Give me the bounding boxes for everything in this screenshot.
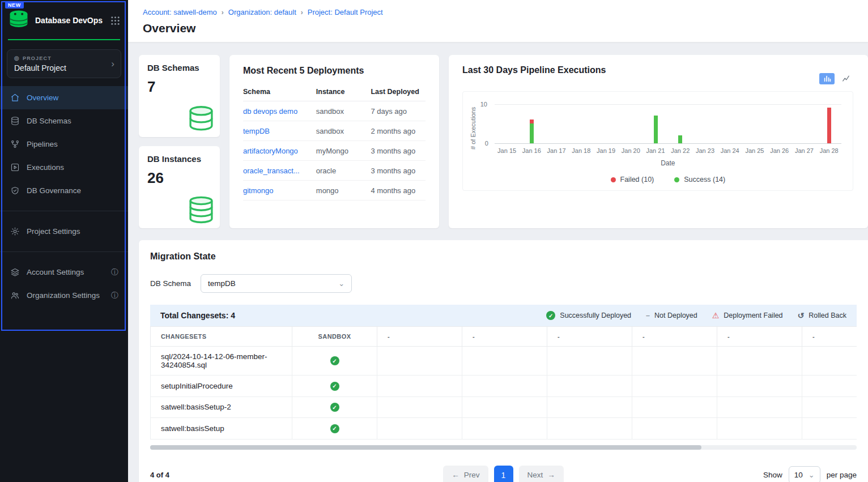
changeset-status-icon: ✓ (330, 424, 339, 433)
deployments-table: Schema Instance Last Deployed db devops … (243, 83, 426, 201)
chart-plot: 10 0 (495, 104, 841, 144)
page-number-button[interactable]: 1 (494, 466, 513, 482)
chart-bar-group (519, 104, 544, 143)
changeset-row: setupInitialProcedure ✓ (151, 376, 857, 397)
chart-bar-group (742, 104, 767, 143)
changeset-name: setupInitialProcedure (151, 376, 292, 397)
changeset-row: satwell:basisSetup ✓ (151, 418, 857, 440)
sidebar-item-account-settings[interactable]: Account Settings ⓘ (0, 261, 128, 284)
sidebar-item-project-settings[interactable]: Project Settings (0, 220, 128, 243)
sidebar-nav: Overview DB Schemas Pipelines Executions… (0, 86, 128, 307)
schema-link[interactable]: oracle_transact... (243, 167, 300, 175)
chart-bar-group (618, 104, 643, 143)
instance-cell: myMongo (316, 141, 371, 161)
db-schemas-card: DB Schemas 7 (139, 55, 220, 137)
chart-bar-group (495, 104, 520, 143)
sidebar-item-db-governance[interactable]: DB Governance (0, 179, 128, 202)
info-icon[interactable]: ⓘ (111, 267, 118, 278)
db-schema-select[interactable]: tempDB ⌄ (201, 274, 352, 293)
legend-not-deployed: – Not Deployed (646, 312, 697, 319)
chevron-right-icon: › (111, 58, 114, 70)
legend-successfully-deployed: ✓ Successfully Deployed (546, 311, 631, 320)
chart-columns (495, 104, 841, 143)
last-deployed-cell: 3 months ago (371, 141, 426, 161)
x-tick-label: Jan 28 (816, 147, 841, 154)
last-deployed-cell: 3 months ago (371, 161, 426, 181)
sidebar-item-db-schemas[interactable]: DB Schemas (0, 109, 128, 133)
x-tick-label: Jan 25 (742, 147, 767, 154)
x-tick-label: Jan 22 (668, 147, 693, 154)
table-row: tempDB sandbox 2 months ago (243, 121, 426, 141)
db-schema-selected-value: tempDB (208, 279, 236, 288)
db-instances-card: DB Instances 26 (139, 146, 220, 228)
instance-cell: oracle (316, 161, 371, 181)
breadcrumb-project[interactable]: Project: Default Project (308, 8, 383, 16)
prev-page-button[interactable]: ← Prev (443, 466, 488, 482)
total-changesets: Total Changesets: 4 (160, 311, 235, 320)
row-count: 4 of 4 (150, 471, 443, 479)
bar-chart-toggle[interactable] (819, 73, 835, 84)
project-selector[interactable]: ◎ PROJECT Default Project › (7, 49, 121, 78)
column-header: - (462, 327, 547, 347)
db-schema-label: DB Schema (150, 279, 191, 288)
info-icon[interactable]: ⓘ (111, 291, 118, 301)
table-row: oracle_transact... oracle 3 months ago (243, 161, 426, 181)
schema-link[interactable]: gitmongo (243, 186, 273, 195)
column-header: Instance (316, 83, 371, 101)
column-header: - (377, 327, 462, 347)
home-icon (10, 93, 20, 103)
apps-grid-icon[interactable] (110, 16, 120, 25)
sidebar-item-overview[interactable]: Overview (0, 86, 128, 109)
migration-title: Migration State (150, 251, 857, 262)
line-chart-toggle[interactable] (838, 73, 853, 84)
y-tick-label: 10 (480, 101, 487, 108)
last-deployed-cell: 4 months ago (371, 181, 426, 201)
chart-bar-group (767, 104, 792, 143)
chart-bar-group (594, 104, 619, 143)
legend-success: Success (14) (674, 176, 725, 184)
main-area: Account: satwell-demo › Organization: de… (128, 0, 868, 482)
legend-failed: Failed (10) (611, 176, 654, 184)
legend-deployment-failed: ⚠ Deployment Failed (712, 311, 783, 320)
changeset-row: satwell:basisSetup-2 ✓ (151, 396, 857, 418)
instance-cell: mongo (316, 181, 371, 201)
next-page-button[interactable]: Next → (519, 466, 564, 482)
table-row: db devops demo sandbox 7 days ago (243, 101, 426, 121)
sidebar-item-pipelines[interactable]: Pipelines (0, 133, 128, 156)
breadcrumb-account[interactable]: Account: satwell-demo (143, 8, 217, 16)
sidebar-item-executions[interactable]: Executions (0, 156, 128, 179)
executions-chart: # of Executions 10 0 Jan 15Jan 16Jan 17J… (462, 91, 853, 191)
column-header: - (547, 327, 632, 347)
schema-link[interactable]: db devops demo (243, 107, 297, 116)
bar-success (654, 116, 658, 143)
schema-link[interactable]: tempDB (243, 127, 270, 135)
arrow-right-icon: → (547, 471, 555, 479)
app-title: Database DevOps (35, 16, 105, 25)
database-icon (185, 104, 218, 136)
x-tick-label: Jan 17 (544, 147, 569, 154)
x-axis-title: Date (495, 159, 841, 167)
changeset-row: sql/2024-10-14-12-06-member-34240854.sql… (151, 347, 857, 376)
dash-icon: – (646, 312, 650, 319)
x-tick-label: Jan 26 (767, 147, 792, 154)
bar-failed (827, 108, 831, 143)
horizontal-scrollbar[interactable] (150, 445, 857, 450)
scrollbar-thumb[interactable] (150, 445, 701, 450)
column-header: - (632, 327, 717, 347)
schema-link[interactable]: artifactoryMongo (243, 147, 298, 155)
page-size-select[interactable]: 10 ⌄ (789, 466, 820, 482)
table-row: artifactoryMongo myMongo 3 months ago (243, 141, 426, 161)
instance-cell: sandbox (316, 121, 371, 141)
sidebar-item-organization-settings[interactable]: Organization Settings ⓘ (0, 284, 128, 307)
column-header: Last Deployed (371, 83, 426, 101)
top-header: Account: satwell-demo › Organization: de… (128, 0, 868, 42)
changeset-status-icon: ✓ (330, 356, 339, 365)
per-page-label: per page (827, 471, 857, 479)
people-icon (10, 291, 20, 300)
breadcrumb-organization[interactable]: Organization: default (228, 8, 296, 16)
chart-bar-group (544, 104, 569, 143)
success-check-icon: ✓ (546, 311, 555, 320)
db-instances-count: 26 (147, 169, 211, 187)
migration-state-card: Migration State DB Schema tempDB ⌄ Total… (139, 240, 868, 482)
y-tick-label: 0 (485, 140, 488, 147)
